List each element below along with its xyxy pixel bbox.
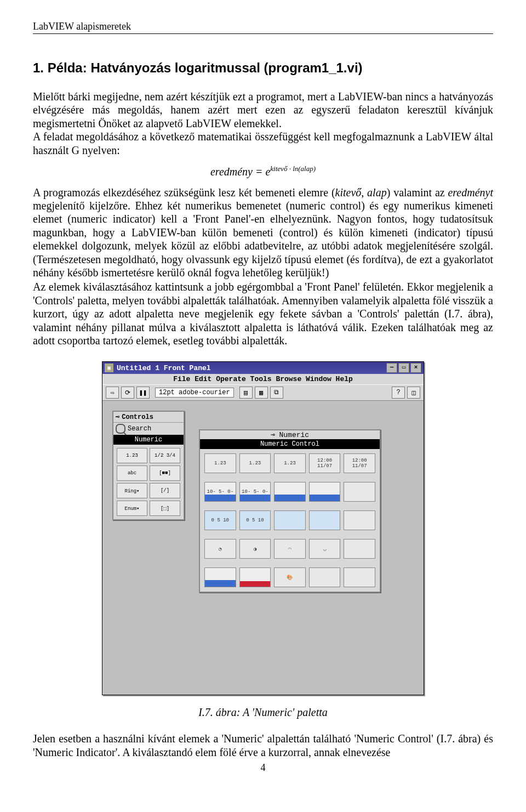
minimize-button[interactable]: ‒ xyxy=(386,363,397,373)
selected-category-bar: Numeric xyxy=(113,435,184,445)
numeric-selected-bar: Numeric Control xyxy=(200,439,380,449)
control-icon-other[interactable]: [⬚] xyxy=(150,501,180,516)
controls-palette-title: ⊸ Controls xyxy=(113,412,184,423)
close-button[interactable]: × xyxy=(410,363,421,373)
labview-window: ▣ Untitled 1 Front Panel ‒ ▭ × File Edit… xyxy=(102,361,424,695)
vprogress-icon[interactable] xyxy=(274,482,306,502)
gauge-icon[interactable]: ◡ xyxy=(309,539,341,559)
section-heading: 1. Példa: Hatványozás logaritmussal (pro… xyxy=(33,60,493,76)
hslide-icon[interactable]: 0 5 10 xyxy=(204,510,236,530)
pause-button[interactable]: ❚❚ xyxy=(136,387,150,399)
numeric-control-icon[interactable]: 1.23 xyxy=(204,453,236,473)
p2c: megjelenítő kijelzőre. Ehhez két numerik… xyxy=(33,200,493,279)
dial-icon[interactable]: ◑ xyxy=(239,539,271,559)
p2b: ) valamint az xyxy=(387,186,448,198)
tank-icon[interactable] xyxy=(204,567,236,587)
controls-palette[interactable]: ⊸ Controls Search Numeric 1.23 1/2 3/4 a… xyxy=(112,411,185,520)
empty-icon xyxy=(344,482,375,502)
distribute-button[interactable]: ▦ xyxy=(255,387,268,399)
paragraph-1a: Mielőtt bárki megijedne, nem azért készí… xyxy=(33,90,493,129)
numeric-row2: 10- 5- 0- 10- 5- 0- xyxy=(200,478,380,506)
align-button[interactable]: ▤ xyxy=(239,387,253,399)
controls-grid: 1.23 1/2 3/4 abc [■■] Ring▾ [/] Enum▾ [⬚… xyxy=(113,445,184,519)
window-titlebar[interactable]: ▣ Untitled 1 Front Panel ‒ ▭ × xyxy=(102,362,424,374)
control-icon-array[interactable]: 1/2 3/4 xyxy=(150,448,180,463)
numeric-palette-title: ⊸ Numeric xyxy=(200,430,380,439)
search-label: Search xyxy=(128,425,151,433)
numeric-row4: ◔ ◑ ◠ ◡ xyxy=(200,535,380,563)
numeric-palette[interactable]: ⊸ Numeric Numeric Control 1.23 1.23 1.23… xyxy=(199,429,381,593)
hprogress-icon[interactable] xyxy=(274,510,306,530)
p2-it1: kitevő, alap xyxy=(335,186,387,198)
control-icon-path[interactable]: [/] xyxy=(150,483,180,498)
running-header: LabVIEW alapismeretek xyxy=(33,21,493,34)
menubar[interactable]: File Edit Operate Tools Browse Window He… xyxy=(102,374,424,384)
empty5-icon xyxy=(344,567,375,587)
run-cont-button[interactable]: ⟳ xyxy=(121,387,134,399)
figure: ▣ Untitled 1 Front Panel ‒ ▭ × File Edit… xyxy=(33,361,493,719)
font-select[interactable]: 12pt adobe-courier xyxy=(155,388,234,398)
control-icon-string[interactable]: abc xyxy=(117,465,147,481)
control-icon-cluster[interactable]: [■■] xyxy=(150,465,180,481)
paragraph-2: A programozás elkezdéséhez szükségünk le… xyxy=(33,186,493,280)
paragraph-1b: A feladat megoldásához a következő matem… xyxy=(33,130,493,156)
meter-icon[interactable]: ◠ xyxy=(274,539,306,559)
numeric-title-text: Numeric xyxy=(279,431,310,439)
vslide2-icon[interactable]: 10- 5- 0- xyxy=(239,482,271,502)
timestamp-control-icon[interactable]: 12:00 11/07 xyxy=(309,453,341,473)
p2a: A programozás elkezdéséhez szükségünk le… xyxy=(33,186,335,198)
search-icon xyxy=(116,424,125,434)
page-number: 4 xyxy=(33,762,493,774)
colorbox-icon[interactable]: 🎨 xyxy=(274,567,306,587)
vgrad-icon[interactable] xyxy=(309,482,341,502)
pin-icon[interactable]: ⊸ xyxy=(271,431,275,439)
reorder-button[interactable]: ⧉ xyxy=(270,387,283,399)
document-page: LabVIEW alapismeretek 1. Példa: Hatványo… xyxy=(0,0,526,790)
help-button[interactable]: ? xyxy=(392,387,405,399)
numeric-row5: 🎨 xyxy=(200,563,380,592)
formula-base: eredmény = e xyxy=(210,166,270,178)
formula-exponent: kitevő · ln(alap) xyxy=(270,164,316,173)
control-icon-numeric[interactable]: 1.23 xyxy=(117,448,147,463)
paragraph-4: Jelen esetben a használni kívánt elemek … xyxy=(33,732,493,759)
formula: eredmény = ekitevő · ln(alap) xyxy=(33,164,493,178)
numeric-row1: 1.23 1.23 1.23 12:00 11/07 12:00 11/07 xyxy=(200,449,380,478)
maximize-button[interactable]: ▭ xyxy=(398,363,409,373)
app-icon: ▣ xyxy=(105,364,113,372)
window-title: Untitled 1 Front Panel xyxy=(117,364,211,372)
thermometer-icon[interactable] xyxy=(239,567,271,587)
knob-icon[interactable]: ◔ xyxy=(204,539,236,559)
empty3-icon xyxy=(344,539,375,559)
run-button[interactable]: ⇨ xyxy=(106,387,119,399)
timestamp-indicator-icon[interactable]: 12:00 11/07 xyxy=(344,453,375,473)
controls-title-text: Controls xyxy=(122,413,153,421)
hslide2-icon[interactable]: 0 5 10 xyxy=(239,510,271,530)
front-panel-canvas[interactable]: ⊸ Controls Search Numeric 1.23 1/2 3/4 a… xyxy=(102,401,424,695)
control-icon-ring[interactable]: Ring▾ xyxy=(117,483,147,498)
palette-search[interactable]: Search xyxy=(113,423,184,435)
numeric-indicator-icon[interactable]: 1.23 xyxy=(239,453,271,473)
empty4-icon xyxy=(309,567,341,587)
paragraph-3: Az elemek kiválasztásához kattintsunk a … xyxy=(33,280,493,347)
toolbar: ⇨ ⟳ ❚❚ 12pt adobe-courier ▤ ▦ ⧉ ? ◫ xyxy=(102,384,424,401)
vslide-icon[interactable]: 10- 5- 0- xyxy=(204,482,236,502)
paragraph-1: Mielőtt bárki megijedne, nem azért készí… xyxy=(33,90,493,157)
figure-caption: I.7. ábra: A 'Numeric' paletta xyxy=(33,706,493,719)
hgrad-icon[interactable] xyxy=(309,510,341,530)
p2-it2: eredményt xyxy=(448,186,493,198)
pin-icon[interactable]: ⊸ xyxy=(116,413,119,421)
numeric-indicator2-icon[interactable]: 1.23 xyxy=(274,453,306,473)
vi-icon[interactable]: ◫ xyxy=(407,387,420,399)
empty2-icon xyxy=(344,510,375,530)
control-icon-enum[interactable]: Enum▾ xyxy=(117,501,147,516)
numeric-row3: 0 5 10 0 5 10 xyxy=(200,506,380,535)
